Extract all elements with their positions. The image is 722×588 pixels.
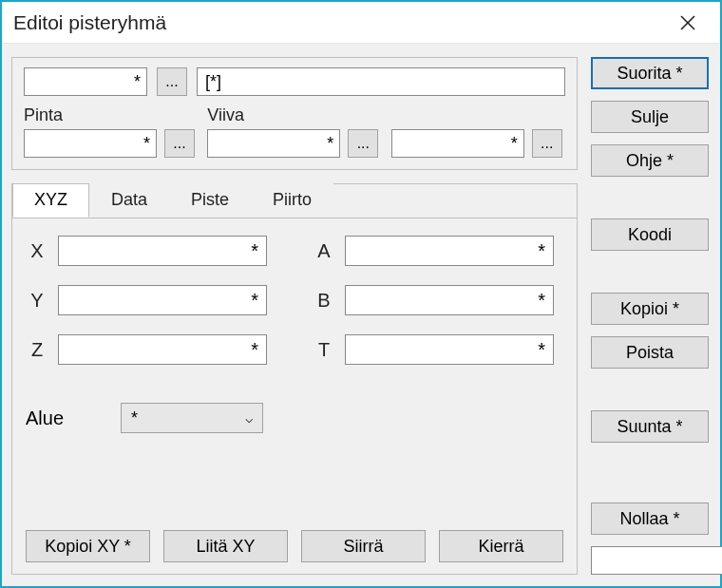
suorita-button[interactable]: Suorita * (591, 57, 709, 89)
titlebar: Editoi pisteryhmä (2, 2, 720, 44)
pinta-browse-button[interactable]: ... (164, 129, 195, 158)
desc-input[interactable] (197, 67, 565, 96)
a-label: A (313, 240, 335, 262)
bottom-buttons: Kopioi XY * Liitä XY Siirrä Kierrä (26, 530, 563, 562)
tab-strip: XYZ Data Piste Piirto (12, 183, 577, 218)
alue-value: * (131, 408, 138, 428)
x-row: X (591, 546, 709, 575)
siirra-button[interactable]: Siirrä (301, 530, 426, 562)
y-label: Y (26, 290, 48, 312)
dialog-window: Editoi pisteryhmä ... Pinta ... (0, 0, 722, 588)
code-input[interactable] (24, 67, 147, 96)
nollaa-button[interactable]: Nollaa * (591, 503, 709, 535)
x-row-input[interactable] (591, 546, 722, 575)
koodi-button[interactable]: Koodi (591, 218, 709, 251)
t-label: T (313, 339, 335, 361)
close-icon[interactable] (667, 2, 709, 44)
tab-body: X A Y B Z T (12, 218, 577, 574)
y-input[interactable] (58, 285, 267, 315)
tunnus-input[interactable] (391, 129, 524, 158)
viiva-label: Viiva (207, 105, 381, 125)
pinta-input[interactable] (24, 129, 157, 158)
ohje-button[interactable]: Ohje * (591, 144, 709, 177)
suunta-button[interactable]: Suunta * (591, 410, 709, 443)
tab-panel: XYZ Data Piste Piirto X A Y (11, 183, 578, 575)
viiva-browse-button[interactable]: ... (348, 129, 378, 158)
tab-piste[interactable]: Piste (169, 183, 251, 218)
pinta-label: Pinta (24, 105, 198, 125)
a-input[interactable] (345, 236, 554, 266)
tab-piirto[interactable]: Piirto (251, 183, 333, 218)
top-panel: ... Pinta ... Viiva (11, 57, 578, 170)
b-label: B (313, 290, 335, 312)
kopioi-button[interactable]: Kopioi * (591, 293, 709, 325)
x-label: X (26, 240, 48, 262)
tunnus-browse-button[interactable]: ... (532, 129, 562, 158)
code-browse-button[interactable]: ... (157, 67, 187, 96)
x-input[interactable] (58, 236, 267, 266)
xyz-grid: X A Y B Z T (26, 236, 563, 365)
sulje-button[interactable]: Sulje (591, 101, 709, 133)
z-label: Z (26, 339, 48, 361)
viiva-input[interactable] (207, 129, 340, 158)
kierra-button[interactable]: Kierrä (439, 530, 563, 562)
right-column: Suorita * Sulje Ohje * Koodi Kopioi * Po… (591, 57, 709, 575)
alue-row: Alue * ⌵ (26, 403, 563, 433)
b-input[interactable] (345, 285, 554, 315)
left-column: ... Pinta ... Viiva (11, 57, 578, 575)
t-input[interactable] (345, 334, 554, 365)
z-input[interactable] (58, 334, 267, 365)
tab-data[interactable]: Data (89, 183, 169, 218)
window-title: Editoi pisteryhmä (13, 11, 667, 34)
kopioi-xy-button[interactable]: Kopioi XY * (26, 530, 150, 562)
chevron-down-icon: ⌵ (245, 410, 253, 426)
alue-combo[interactable]: * ⌵ (121, 403, 263, 433)
liita-xy-button[interactable]: Liitä XY (163, 530, 288, 562)
alue-label: Alue (26, 408, 83, 429)
content-area: ... Pinta ... Viiva (2, 44, 720, 586)
poista-button[interactable]: Poista (591, 336, 709, 369)
tab-xyz[interactable]: XYZ (12, 183, 89, 218)
